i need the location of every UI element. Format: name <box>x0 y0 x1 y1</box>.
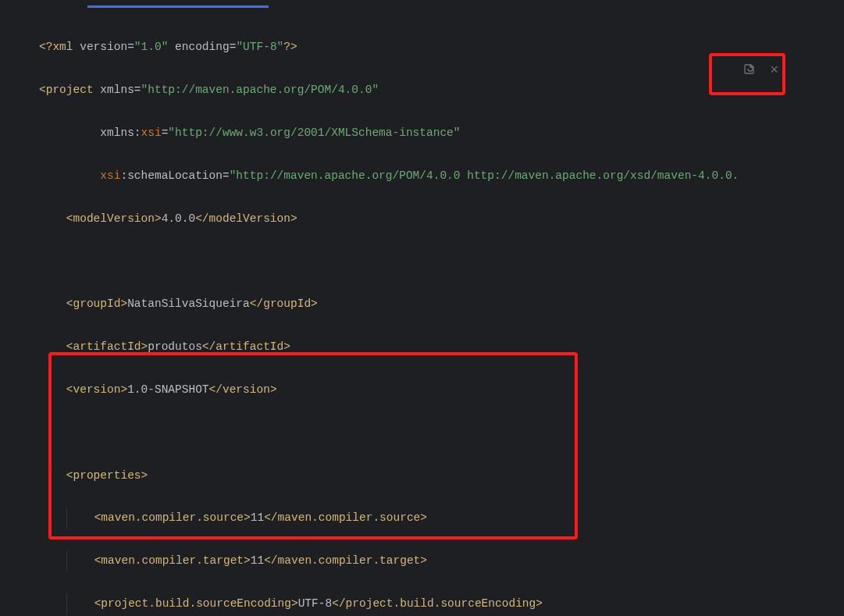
code-line[interactable]: <groupId>NatanSilvaSiqueira</groupId> <box>39 294 844 315</box>
code-content[interactable]: <?xml version="1.0" encoding="UTF-8"?> <… <box>31 8 844 616</box>
code-line[interactable]: <version>1.0-SNAPSHOT</version> <box>39 379 844 401</box>
code-line[interactable]: xsi:schemaLocation="http://maven.apache.… <box>39 166 844 187</box>
code-line[interactable] <box>39 422 844 443</box>
code-line[interactable]: <maven.compiler.target>11</maven.compile… <box>39 550 844 571</box>
code-line[interactable] <box>39 251 844 272</box>
editor-gutter <box>0 8 31 616</box>
code-line[interactable]: <project.build.sourceEncoding>UTF-8</pro… <box>39 593 844 614</box>
code-line[interactable]: <?xml version="1.0" encoding="UTF-8"?> <box>39 37 844 58</box>
code-line[interactable]: <properties> <box>39 465 844 486</box>
code-line[interactable]: <artifactId>produtos</artifactId> <box>39 336 844 358</box>
code-line[interactable]: <project xmlns="http://maven.apache.org/… <box>39 80 844 101</box>
code-line[interactable]: <modelVersion>4.0.0</modelVersion> <box>39 208 844 230</box>
code-editor[interactable]: × 💡 <?xml version="1.0" encoding="UTF-8"… <box>0 0 844 616</box>
code-line[interactable]: xmlns:xsi="http://www.w3.org/2001/XMLSch… <box>39 123 844 144</box>
code-line[interactable]: <maven.compiler.source>11</maven.compile… <box>39 507 844 529</box>
